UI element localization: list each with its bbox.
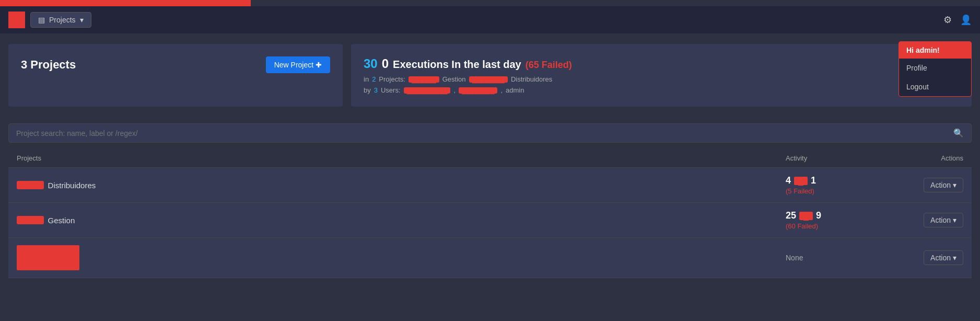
- projects-btn-label: Projects: [49, 16, 76, 24]
- table-row: ██ Gestion 25 █ 9 (60 Failed) Action ▾: [8, 203, 972, 238]
- exec-project1-label: Gestion: [442, 75, 466, 83]
- chevron-down-icon: ▾: [80, 16, 84, 24]
- exec-comma1: ,: [453, 86, 456, 94]
- row-activity-2: 25 █ 9 (60 Failed): [786, 210, 890, 230]
- project-label-red-1: ██: [17, 181, 44, 189]
- project-red-block: [17, 245, 79, 270]
- action-label-3: Action: [930, 254, 951, 262]
- exec-label: Executions In the last day: [393, 59, 521, 71]
- table-header: Projects Activity Actions: [8, 149, 972, 168]
- row-activity-1: 4 █ 1 (5 Failed): [786, 175, 890, 195]
- row-actions-2: Action ▾: [890, 213, 963, 227]
- exec-project2-label: Distribuidores: [511, 75, 552, 83]
- table-row: ██ Distribuidores 4 █ 1 (5 Failed) Actio…: [8, 168, 972, 203]
- top-strip: [0, 0, 251, 6]
- navbar-logo: [8, 12, 25, 28]
- search-area: 🔍: [0, 117, 980, 149]
- exec-projects-label: Projects:: [379, 75, 405, 83]
- activity-failed-1: (5 Failed): [786, 187, 890, 195]
- exec-count-white: 0: [382, 56, 389, 71]
- activity-num2-2: 9: [816, 210, 821, 221]
- action-label-2: Action: [930, 216, 951, 224]
- exec-project2-redacted: ████████: [469, 76, 508, 83]
- activity-sep-1: █: [794, 177, 808, 185]
- exec-user2-redacted: ████████: [459, 87, 497, 94]
- action-chevron-1: ▾: [953, 181, 956, 189]
- project-name-2: Gestion: [48, 216, 75, 225]
- search-input[interactable]: [16, 129, 953, 137]
- action-button-3[interactable]: Action ▾: [924, 250, 963, 265]
- dropdown-header: Hi admin!: [899, 42, 971, 59]
- exec-projects-count: 2: [372, 75, 376, 83]
- navbar: ▤ Projects ▾ ⚙ 👤 Hi admin! Profile Logou…: [0, 6, 980, 33]
- gear-icon[interactable]: ⚙: [943, 14, 952, 26]
- exec-user1-redacted: ██████████: [404, 87, 451, 94]
- col-projects-header: Projects: [17, 154, 786, 162]
- exec-project1-redacted: ██████: [409, 76, 439, 83]
- projects-title: 3 Projects: [21, 58, 76, 72]
- row-actions-1: Action ▾: [890, 178, 963, 192]
- exec-users-label: Users:: [381, 86, 401, 94]
- row-name-unnamed: [17, 245, 786, 270]
- activity-failed-2: (60 Failed): [786, 222, 890, 230]
- exec-comma2: ,: [500, 86, 503, 94]
- col-activity-header: Activity: [786, 154, 890, 162]
- activity-num1-1: 4: [786, 175, 791, 186]
- exec-by-label: by: [364, 86, 371, 94]
- activity-num1-2: 25: [786, 210, 796, 221]
- row-name-gestion: ██ Gestion: [17, 216, 786, 225]
- project-name-1: Distribuidores: [48, 181, 96, 190]
- exec-user3: admin: [506, 86, 524, 94]
- action-button-1[interactable]: Action ▾: [924, 178, 963, 192]
- action-chevron-2: ▾: [953, 216, 956, 224]
- exec-failed: (65 Failed): [526, 60, 572, 71]
- row-name-distribuidores: ██ Distribuidores: [17, 181, 786, 190]
- table-area: Projects Activity Actions ██ Distribuido…: [0, 149, 980, 278]
- projects-dropdown-btn[interactable]: ▤ Projects ▾: [30, 12, 91, 28]
- project-label-red-2: ██: [17, 216, 44, 224]
- search-icon: 🔍: [953, 128, 964, 138]
- col-actions-header: Actions: [890, 154, 963, 162]
- activity-none: None: [786, 254, 890, 262]
- row-activity-3: None: [786, 254, 890, 262]
- action-chevron-3: ▾: [953, 254, 956, 262]
- exec-count-blue: 30: [364, 56, 378, 71]
- exec-users-count: 3: [374, 86, 378, 94]
- projects-icon: ▤: [38, 16, 45, 24]
- user-dropdown-menu: Hi admin! Profile Logout: [899, 41, 972, 97]
- new-project-button[interactable]: New Project ✚: [266, 56, 330, 73]
- user-icon[interactable]: 👤: [960, 14, 972, 26]
- projects-panel: 3 Projects New Project ✚: [8, 44, 343, 107]
- dropdown-item-profile[interactable]: Profile: [899, 59, 971, 77]
- activity-num2-1: 1: [811, 175, 816, 186]
- row-actions-3: Action ▾: [890, 250, 963, 265]
- activity-sep-2: █: [799, 212, 813, 220]
- executions-panel: 30 0 Executions In the last day (65 Fail…: [351, 44, 972, 107]
- exec-in-label: in: [364, 75, 369, 83]
- dropdown-item-logout[interactable]: Logout: [899, 77, 971, 96]
- action-button-2[interactable]: Action ▾: [924, 213, 963, 227]
- action-label-1: Action: [930, 181, 951, 189]
- table-row: None Action ▾: [8, 238, 972, 278]
